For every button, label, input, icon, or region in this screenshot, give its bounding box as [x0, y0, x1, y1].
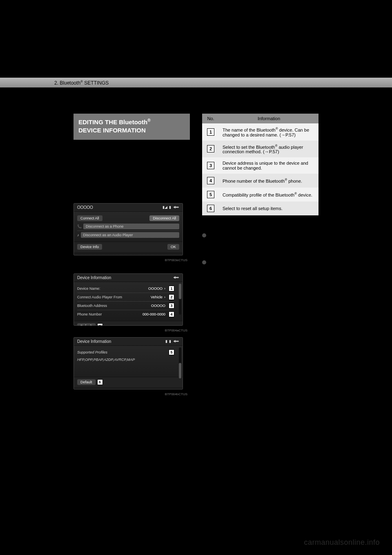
table-row: 5 Compatibility profile of the Bluetooth…	[202, 188, 318, 201]
table-header-no: No.	[202, 114, 219, 123]
screenshot-device-info-1: Device Information Device Name: OOOOO›1 …	[74, 273, 183, 326]
screenshot3-title: Device Information	[77, 339, 111, 344]
screenshot-connect-dialog: OOOOO ▮◢ ▮ Connect All Disconnect All 📞 …	[74, 203, 183, 255]
default-button[interactable]: Default	[77, 379, 96, 385]
screenshot3-titlebar: Device Information ▮ ▮	[74, 338, 183, 346]
callout-4: 4	[169, 311, 174, 317]
bt-address-row: Bluetooth Address OOOOO3	[77, 302, 174, 310]
callout-2: 2	[169, 294, 174, 300]
screenshot1-id: BTP003eCTUS	[74, 258, 190, 264]
content-columns: EDITING THE Bluetooth® DEVICE INFORMATIO…	[74, 114, 318, 398]
row-number-3: 3	[207, 162, 214, 169]
left-column: EDITING THE Bluetooth® DEVICE INFORMATIO…	[74, 114, 190, 398]
bullet-icon	[202, 260, 206, 264]
screenshot3-id: BTP004bCTUS	[74, 392, 190, 398]
callout-5: 5	[169, 349, 174, 355]
disconnect-audio-button[interactable]: Disconnect as an Audio Player	[81, 232, 180, 238]
screenshot1-title: OOOOO	[77, 205, 93, 210]
row-number-6: 6	[207, 205, 214, 212]
manual-page: 2. Bluetooth® SETTINGS EDITING THE Bluet…	[0, 0, 392, 555]
note-text-1	[210, 233, 316, 249]
status-icons-2: ▮ ▮	[165, 339, 179, 343]
scrollbar[interactable]	[179, 347, 181, 378]
bullet-icon	[202, 233, 206, 237]
bt-address-label: Bluetooth Address	[77, 304, 107, 308]
table-row: 1 The name of the Bluetooth® device. Can…	[202, 123, 318, 141]
screenshot1-footer: Device Info OK	[74, 242, 183, 252]
profiles-value: HFP,OPP,PBAP,A2DP,AVRCP,MAP	[77, 358, 135, 362]
phone-number-label: Phone Number	[77, 312, 102, 316]
scrollbar-thumb[interactable]	[179, 284, 181, 299]
status-icons: ▮◢ ▮	[163, 205, 179, 209]
table-header-info: Information	[219, 114, 318, 123]
connect-all-button[interactable]: Connect All	[77, 215, 102, 221]
row-number-2: 2	[207, 145, 214, 152]
battery-icon: ▮	[169, 205, 171, 209]
phone-number-row: Phone Number 000-000-00004	[77, 310, 174, 318]
supported-profiles-row: Supported Profiles 5	[77, 348, 174, 356]
scrollbar-thumb[interactable]	[179, 363, 181, 378]
table-row: 6 Select to reset all setup items.	[202, 201, 318, 215]
chevron-right-icon: ›	[164, 295, 165, 299]
connect-from-value: Vehicle	[151, 295, 163, 299]
connect-from-label: Connect Audio Player From	[77, 295, 122, 299]
screenshot3-footer: Default 6	[74, 377, 183, 387]
back-icon	[173, 205, 179, 209]
ok-button[interactable]: OK	[167, 244, 179, 250]
callout-3: 3	[169, 303, 174, 309]
signal-icon: ▮	[165, 339, 167, 343]
note-item	[202, 260, 318, 276]
device-info-button[interactable]: Device Info	[77, 244, 102, 250]
screenshot2-body: Device Name: OOOOO›1 Connect Audio Playe…	[74, 282, 183, 321]
default-button[interactable]: Default	[77, 323, 96, 326]
watermark-text: carmanualsonline.info	[304, 538, 380, 547]
chevron-right-icon: ›	[164, 286, 165, 291]
signal-icon: ▮◢	[163, 205, 167, 209]
row-info-6: Select to reset all setup items.	[219, 201, 318, 215]
table-row: 3 Device address is unique to the device…	[202, 157, 318, 174]
device-name-label: Device Name:	[77, 286, 100, 291]
note-item	[202, 233, 318, 249]
phone-icon: 📞	[77, 224, 82, 228]
row-info-1: The name of the Bluetooth® device. Can b…	[219, 123, 318, 141]
back-icon	[173, 275, 179, 280]
screenshot-device-info-2: Device Information ▮ ▮ Supported Profile…	[74, 337, 183, 389]
music-note-icon: ♪	[77, 233, 79, 237]
chapter-header-text: 2. Bluetooth® SETTINGS	[54, 80, 109, 86]
screenshot3-body: Supported Profiles 5 HFP,OPP,PBAP,A2DP,A…	[74, 346, 183, 377]
scrollbar[interactable]	[179, 284, 181, 315]
screenshot2-id: BTP004aCTUS	[74, 328, 190, 334]
phone-number-value: 000-000-0000	[143, 312, 165, 316]
screenshot2-title: Device Information	[77, 275, 111, 280]
information-table: No. Information 1 The name of the Blueto…	[202, 114, 318, 215]
row-number-1: 1	[207, 128, 214, 136]
supported-profiles-label: Supported Profiles	[77, 350, 107, 354]
table-row: 4 Phone number of the Bluetooth® phone.	[202, 174, 318, 188]
row-info-2: Select to set the Bluetooth® audio playe…	[219, 141, 318, 158]
screenshot2-footer: Default 6	[74, 321, 183, 326]
note-text-2	[210, 260, 316, 276]
disconnect-phone-button[interactable]: Disconnect as a Phone	[83, 224, 179, 229]
connect-from-row[interactable]: Connect Audio Player From Vehicle›2	[77, 293, 174, 302]
table-row: 2 Select to set the Bluetooth® audio pla…	[202, 141, 318, 158]
row-number-5: 5	[207, 191, 214, 198]
screenshot1-titlebar: OOOOO ▮◢ ▮	[74, 204, 183, 212]
battery-icon: ▮	[169, 339, 171, 343]
screenshot1-body: Connect All Disconnect All 📞 Disconnect …	[74, 212, 183, 242]
row-info-3: Device address is unique to the device a…	[219, 157, 318, 174]
row-info-4: Phone number of the Bluetooth® phone.	[219, 174, 318, 188]
back-icon	[173, 339, 179, 343]
callout-6b: 6	[97, 379, 103, 385]
disconnect-all-button[interactable]: Disconnect All	[149, 215, 179, 221]
callout-6: 6	[97, 323, 103, 326]
profiles-value-row: HFP,OPP,PBAP,A2DP,AVRCP,MAP	[77, 356, 174, 363]
row-info-5: Compatibility profile of the Bluetooth® …	[219, 188, 318, 201]
device-name-value: OOOOO	[148, 286, 163, 291]
right-column: No. Information 1 The name of the Blueto…	[202, 114, 318, 398]
bt-address-value: OOOOO	[151, 304, 165, 308]
device-name-row[interactable]: Device Name: OOOOO›1	[77, 284, 174, 293]
chapter-header-bar: 2. Bluetooth® SETTINGS	[0, 78, 392, 87]
intro-paragraph-area	[74, 140, 190, 203]
screenshot2-titlebar: Device Information	[74, 274, 183, 282]
notes-list	[202, 233, 318, 276]
